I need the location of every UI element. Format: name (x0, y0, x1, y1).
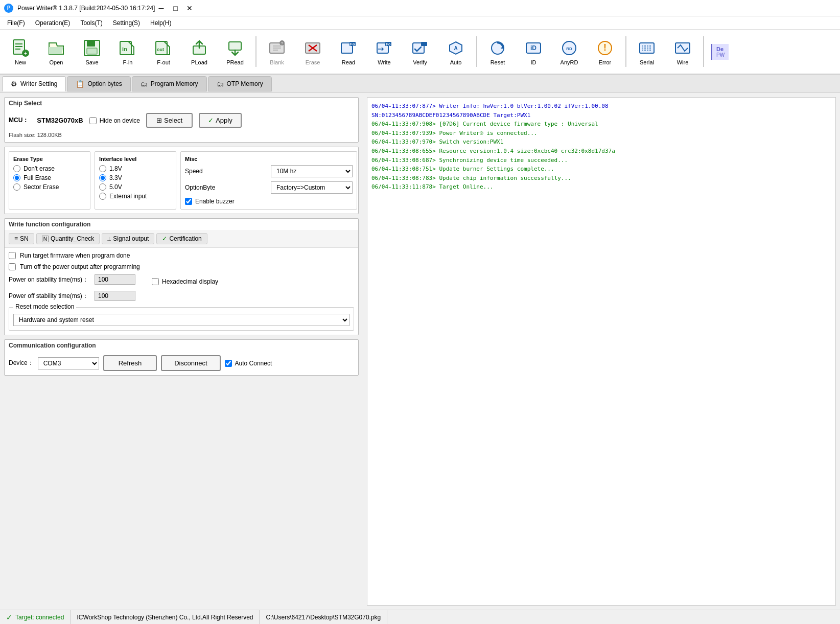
connected-checkmark-icon: ✓ (6, 613, 12, 621)
menu-setting[interactable]: Setting(S) (108, 16, 145, 29)
tab-otp-memory[interactable]: 🗂 OTP Memory (208, 76, 272, 91)
maximize-button[interactable]: □ (169, 3, 181, 13)
tab-writer-setting-label: Writer Setting (20, 80, 57, 87)
external-input-radio[interactable] (99, 193, 106, 200)
toolbar-fin-button[interactable]: in F-in (110, 32, 145, 72)
stability-times-row: Power on stability time(ms)： Hexadecimal… (9, 274, 354, 289)
program-memory-icon: 🗂 (141, 80, 148, 88)
toolbar-save-button[interactable]: Save (75, 32, 109, 72)
toolbar-fin-label: F-in (123, 59, 133, 65)
buzzer-label: Enable buzzer (195, 198, 235, 205)
voltage-33-radio[interactable] (99, 174, 106, 181)
chip-select-body: MCU： STM32G070xB Hide on device ⊞ Select… (5, 109, 358, 142)
toolbar-blank-button[interactable]: ? Blank (260, 32, 294, 72)
voltage-18-radio[interactable] (99, 165, 106, 172)
erase-type-title: Erase Type (13, 156, 86, 162)
svg-text:!: ! (603, 42, 606, 53)
toolbar-new-button[interactable]: + New (3, 32, 38, 72)
full-erase-option: Full Erase (13, 174, 86, 181)
toolbar-auto-button[interactable]: A Auto (438, 32, 473, 72)
flash-size: Flash size: 128.00KB (9, 132, 354, 138)
auto-connect-checkbox[interactable] (225, 360, 232, 367)
toolbar-divider-1 (255, 36, 256, 67)
func-tab-quantity[interactable]: N Quantity_Check (36, 233, 100, 244)
toolbar-fout-button[interactable]: out F-out (146, 32, 181, 72)
close-button[interactable]: ✕ (183, 3, 196, 13)
external-input-label: External input (109, 193, 147, 200)
menu-tools[interactable]: Tools(T) (75, 16, 107, 29)
write-function-section: Write function configuration ≡ SN N Quan… (4, 218, 359, 335)
voltage-50-radio[interactable] (99, 183, 106, 191)
select-button[interactable]: ⊞ Select (146, 113, 193, 128)
svg-text:iD: iD (530, 44, 536, 52)
status-bar: ✓ Target: connected ICWorkShop Technolog… (0, 610, 840, 624)
toolbar-erase-button[interactable]: Erase (295, 32, 330, 72)
toolbar: + New Open Save in (0, 30, 840, 75)
write-function-title: Write function configuration (5, 219, 358, 230)
menu-file[interactable]: File(F) (2, 16, 30, 29)
turn-off-power-checkbox[interactable] (9, 263, 16, 270)
quantity-icon: N (42, 236, 49, 242)
toolbar-divider-4 (703, 36, 704, 67)
toolbar-read-button[interactable]: Fo Read (331, 32, 366, 72)
comm-row: Device： COM1COM2COM3COM4 Refresh Disconn… (5, 351, 358, 375)
dont-erase-option: Don't erase (13, 165, 86, 172)
power-on-row: Power on stability time(ms)： (9, 274, 135, 285)
toolbar-open-button[interactable]: Open (39, 32, 74, 72)
log-line-5: 06/04-11:33:08:655> Resource version:1.0… (371, 147, 831, 156)
func-tab-sn[interactable]: ≡ SN (9, 233, 34, 244)
toolbar-pload-button[interactable]: PLoad (182, 32, 217, 72)
window-controls: ─ □ ✕ (155, 3, 196, 13)
sector-erase-radio[interactable] (13, 183, 20, 191)
toolbar-write-button[interactable]: Fo Write (367, 32, 402, 72)
menu-help[interactable]: Help(H) (145, 16, 176, 29)
buzzer-group: Enable buzzer (185, 198, 353, 205)
full-erase-radio[interactable] (13, 174, 20, 181)
svg-text:RD: RD (566, 47, 572, 51)
read-icon: Fo (338, 38, 359, 58)
device-select[interactable]: COM1COM2COM3COM4 (38, 357, 99, 369)
refresh-button[interactable]: Refresh (103, 355, 157, 371)
toolbar-reset-button[interactable]: Reset (480, 32, 515, 72)
minimize-button[interactable]: ─ (155, 3, 167, 13)
menu-operation[interactable]: Operation(E) (30, 16, 76, 29)
toolbar-verify-button[interactable]: Verify (403, 32, 437, 72)
func-tabs: ≡ SN N Quantity_Check ⟂ Signal output ✓ … (5, 230, 358, 248)
power-on-input[interactable] (95, 274, 135, 285)
toolbar-new-label: New (15, 59, 26, 65)
fout-icon: out (153, 38, 174, 58)
run-firmware-checkbox[interactable] (9, 252, 16, 259)
voltage-18-option: 1.8V (99, 165, 172, 172)
func-tab-certification[interactable]: ✓ Certification (156, 233, 207, 244)
interface-level-group: Interface level 1.8V 3.3V 5.0V (95, 151, 176, 210)
toolbar-error-button[interactable]: ! Error (588, 32, 622, 72)
toolbar-serial-button[interactable]: Serial (629, 32, 664, 72)
status-filepath-segment: C:\Users\64217\Desktop\STM32G070.pkg (260, 610, 387, 624)
apply-button[interactable]: ✓ Apply (199, 113, 242, 128)
func-tab-signal[interactable]: ⟂ Signal output (102, 233, 154, 244)
tab-program-memory[interactable]: 🗂 Program Memory (132, 76, 207, 91)
toolbar-pread-button[interactable]: PRead (218, 32, 252, 72)
toolbar-id-button[interactable]: iD ID (516, 32, 551, 72)
reset-mode-select[interactable]: Hardware and system resetSoftware resetN… (13, 314, 349, 326)
toolbar-wire-button[interactable]: Wire (665, 32, 700, 72)
power-on-stability-group: Power on stability time(ms)： (9, 274, 135, 289)
hide-on-device-checkbox[interactable] (89, 117, 97, 124)
run-firmware-row: Run target firmware when program done (9, 252, 354, 259)
power-on-label: Power on stability time(ms)： (9, 275, 90, 284)
buzzer-checkbox[interactable] (185, 198, 192, 205)
hexadecimal-checkbox[interactable] (152, 278, 159, 285)
power-off-input[interactable] (95, 291, 135, 301)
tab-writer-setting[interactable]: ⚙ Writer Setting (2, 76, 66, 91)
device-label: Device： (9, 359, 34, 367)
blank-icon: ? (267, 38, 287, 58)
dont-erase-radio[interactable] (13, 165, 20, 172)
optionbyte-select[interactable]: Factory=>CustomCustomFactory (271, 181, 353, 194)
tab-option-bytes[interactable]: 📋 Option bytes (67, 76, 130, 91)
disconnect-button[interactable]: Disconnect (161, 355, 220, 371)
toolbar-write-label: Write (378, 59, 390, 65)
reset-mode-group: Reset mode selection Hardware and system… (9, 307, 354, 331)
speed-select[interactable]: 1M hz5M hz10M hz20M hz (271, 165, 353, 177)
chip-select-section: Chip Select MCU： STM32G070xB Hide on dev… (4, 97, 359, 143)
toolbar-anyrd-button[interactable]: RD AnyRD (552, 32, 587, 72)
